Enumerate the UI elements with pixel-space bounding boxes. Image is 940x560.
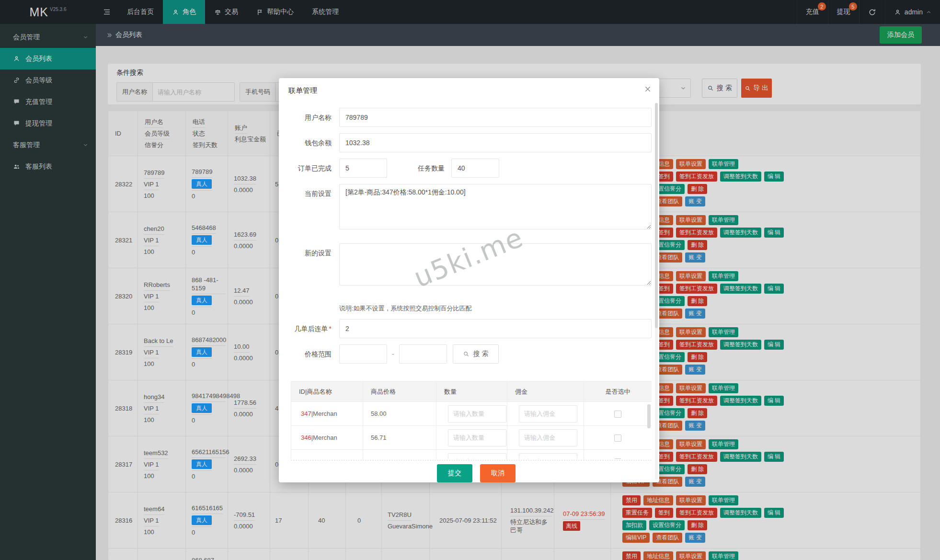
modal-wallet-field[interactable] (339, 133, 652, 152)
modal-scrollbar[interactable] (655, 103, 658, 480)
modal-body: 用户名称 钱包余额 订单已完成 任务数量 当前设置 [第2单-商品:347价格:… (279, 102, 659, 482)
product-table-scrollbar[interactable] (647, 404, 651, 428)
product-selected-checkbox[interactable] (614, 458, 621, 459)
modal-title: 联单管理 (279, 78, 659, 102)
product-price: 58.00 (363, 402, 436, 426)
modal-username-field[interactable] (339, 108, 652, 127)
modal-wallet-label: 钱包余额 (291, 133, 332, 152)
col-selected: 是否选中 (584, 382, 652, 402)
modal-orders-done-label: 订单已完成 (291, 159, 332, 178)
product-id-name: 347|Merchan (291, 402, 363, 426)
quantity-input[interactable] (448, 429, 506, 446)
submit-button[interactable]: 提交 (437, 464, 472, 482)
quantity-input[interactable] (448, 453, 506, 459)
price-range-dash: - (392, 350, 394, 358)
modal-price-range-label: 价格范围 (291, 344, 332, 364)
price-max-field[interactable] (399, 344, 447, 364)
product-table: ID|商品名称 商品价格 数量 佣金 是否选中 347|Merchan58.00… (291, 381, 652, 459)
price-min-field[interactable] (339, 344, 387, 364)
product-price (363, 450, 436, 459)
product-row: 347|Merchan58.00 (291, 402, 652, 426)
product-row (291, 450, 652, 459)
commission-input[interactable] (519, 429, 577, 446)
col-product-id-name: ID|商品名称 (291, 382, 363, 402)
modal-scrollbar-thumb[interactable] (655, 103, 658, 328)
modal-chain-label: 几单后连单* (291, 319, 332, 338)
modal-search-icon (463, 351, 470, 357)
modal-username-label: 用户名称 (291, 108, 332, 127)
modal-footer: 提交 取消 (291, 460, 652, 482)
modal-orders-done-field[interactable] (339, 159, 387, 178)
product-id-name: 346|Merchan (291, 426, 363, 450)
col-quantity: 数量 (436, 382, 507, 402)
close-icon[interactable] (644, 85, 652, 93)
product-table-wrap: ID|商品名称 商品价格 数量 佣金 是否选中 347|Merchan58.00… (291, 381, 652, 459)
product-row: 346|Merchan56.71 (291, 426, 652, 450)
modal-note-text: 说明:如果不设置，系统按照交易控制百分比匹配 (339, 304, 652, 313)
modal-task-count-label: 任务数量 (418, 159, 445, 178)
product-id-name (291, 450, 363, 459)
col-commission: 佣金 (507, 382, 584, 402)
product-selected-checkbox[interactable] (614, 411, 621, 418)
commission-input[interactable] (519, 453, 577, 459)
cancel-button[interactable]: 取消 (480, 464, 516, 482)
quantity-input[interactable] (448, 405, 506, 423)
linked-order-modal: 联单管理 用户名称 钱包余额 订单已完成 任务数量 当前设置 [第2单-商品:3… (279, 78, 659, 482)
modal-new-setting-label: 新的设置 (291, 243, 332, 287)
current-setting-textarea[interactable]: [第2单-商品:347价格:58.00*1佣金:10.00] (339, 184, 652, 229)
modal-current-setting-label: 当前设置 (291, 184, 332, 231)
required-asterisk: * (329, 325, 332, 332)
product-price: 56.71 (363, 426, 436, 450)
chain-count-field[interactable] (339, 319, 652, 338)
modal-task-count-field[interactable] (451, 159, 499, 178)
product-selected-checkbox[interactable] (614, 434, 621, 442)
modal-search-label: 搜 索 (473, 350, 489, 358)
col-product-price: 商品价格 (363, 382, 436, 402)
commission-input[interactable] (519, 405, 577, 423)
new-setting-textarea[interactable] (339, 243, 652, 286)
modal-search-button[interactable]: 搜 索 (453, 344, 499, 364)
